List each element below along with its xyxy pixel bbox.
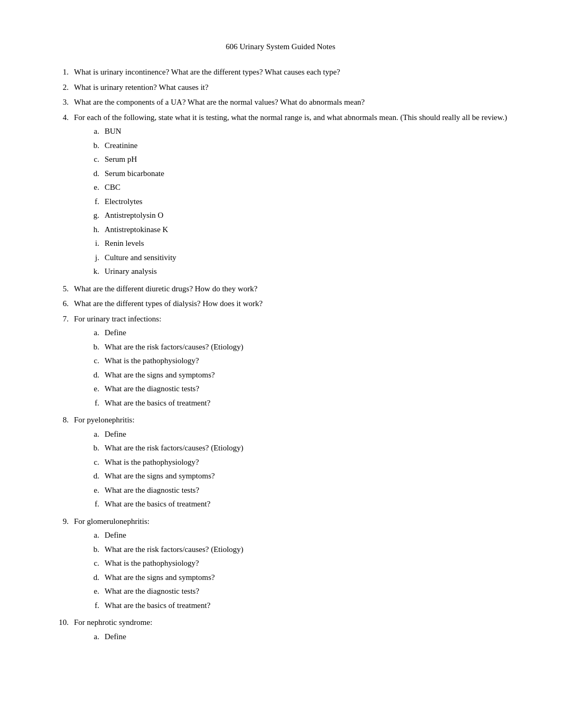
main-item-text-10: For nephrotic syndrome:Define (74, 616, 508, 644)
sub-list-item: What are the risk factors/causes? (Etiol… (85, 543, 508, 556)
sub-list-8: DefineWhat are the risk factors/causes? … (85, 428, 508, 510)
main-list-item-1: What is urinary incontinence? What are t… (53, 66, 508, 78)
main-list-item-10: For nephrotic syndrome:Define (53, 616, 508, 644)
sub-list-item: What is the pathophysiology? (85, 557, 508, 569)
main-item-text-1: What is urinary incontinence? What are t… (74, 66, 508, 78)
sub-item-text: What are the diagnostic tests? (105, 484, 508, 496)
sub-list-item: Electrolytes (85, 196, 508, 208)
sub-list-item: What are the diagnostic tests? (85, 484, 508, 496)
sub-item-text: What are the risk factors/causes? (Etiol… (105, 543, 508, 556)
main-item-text-3: What are the components of a UA? What ar… (74, 96, 508, 108)
sub-item-text: What are the signs and symptoms? (105, 470, 508, 482)
main-list-item-5: What are the different diuretic drugs? H… (53, 283, 508, 295)
main-list-item-3: What are the components of a UA? What ar… (53, 96, 508, 108)
sub-list-item: What are the diagnostic tests? (85, 585, 508, 597)
sub-list-item: What are the basics of treatment? (85, 397, 508, 409)
sub-item-text: Serum bicarbonate (105, 168, 508, 180)
main-item-text-8: For pyelonephritis:DefineWhat are the ri… (74, 414, 508, 512)
sub-list-item: What is the pathophysiology? (85, 456, 508, 468)
sub-item-text: Antistreptolysin O (105, 209, 508, 222)
sub-list-item: Creatinine (85, 140, 508, 152)
sub-item-text: Define (105, 428, 508, 440)
sub-list-item: BUN (85, 125, 508, 137)
sub-item-text: Antistreptokinase K (105, 224, 508, 236)
sub-list-item: What are the signs and symptoms? (85, 369, 508, 381)
sub-list-item: Urinary analysis (85, 265, 508, 278)
sub-item-text: Urinary analysis (105, 265, 508, 278)
sub-item-text: Serum pH (105, 153, 508, 165)
sub-item-text: Define (105, 327, 508, 339)
main-list-item-6: What are the different types of dialysis… (53, 298, 508, 310)
sub-item-text: What is the pathophysiology? (105, 456, 508, 468)
sub-list-item: What are the diagnostic tests? (85, 383, 508, 395)
sub-list-item: Define (85, 529, 508, 541)
main-list-item-9: For glomerulonephritis:DefineWhat are th… (53, 515, 508, 614)
sub-list-9: DefineWhat are the risk factors/causes? … (85, 529, 508, 611)
sub-item-text: What are the basics of treatment? (105, 397, 508, 409)
main-item-text-9: For glomerulonephritis:DefineWhat are th… (74, 515, 508, 614)
sub-list-item: Serum bicarbonate (85, 168, 508, 180)
page-title: 606 Urinary System Guided Notes (53, 42, 508, 51)
sub-item-text: Define (105, 529, 508, 541)
sub-item-text: CBC (105, 181, 508, 193)
sub-item-text: What are the risk factors/causes? (Etiol… (105, 442, 508, 454)
sub-item-text: BUN (105, 125, 508, 137)
sub-list-item: What are the signs and symptoms? (85, 470, 508, 482)
sub-list-item: Define (85, 428, 508, 440)
sub-list-4: BUNCreatinineSerum pHSerum bicarbonateCB… (85, 125, 508, 278)
main-list-item-2: What is urinary retention? What causes i… (53, 81, 508, 94)
title-text: 606 Urinary System Guided Notes (226, 42, 335, 51)
sub-item-text: What are the signs and symptoms? (105, 369, 508, 381)
sub-item-text: What are the basics of treatment? (105, 498, 508, 510)
sub-list-item: What are the signs and symptoms? (85, 572, 508, 584)
sub-list-item: Serum pH (85, 153, 508, 165)
main-item-text-6: What are the different types of dialysis… (74, 298, 508, 310)
sub-item-text: Creatinine (105, 140, 508, 152)
sub-list-10: Define (85, 631, 508, 643)
sub-list-item: Define (85, 631, 508, 643)
main-list: What is urinary incontinence? What are t… (53, 66, 508, 644)
sub-list-item: Define (85, 327, 508, 339)
main-item-text-7: For urinary tract infections:DefineWhat … (74, 313, 508, 411)
sub-item-text: Renin levels (105, 237, 508, 250)
sub-list-item: What are the risk factors/causes? (Etiol… (85, 442, 508, 454)
sub-list-item: Renin levels (85, 237, 508, 250)
sub-list-item: Culture and sensitivity (85, 252, 508, 264)
sub-list-item: CBC (85, 181, 508, 193)
sub-list-item: What are the risk factors/causes? (Etiol… (85, 341, 508, 353)
main-list-item-7: For urinary tract infections:DefineWhat … (53, 313, 508, 411)
sub-list-item: What is the pathophysiology? (85, 355, 508, 367)
sub-list-7: DefineWhat are the risk factors/causes? … (85, 327, 508, 409)
sub-item-text: Electrolytes (105, 196, 508, 208)
sub-item-text: Define (105, 631, 508, 643)
sub-item-text: What is the pathophysiology? (105, 557, 508, 569)
sub-item-text: What are the diagnostic tests? (105, 585, 508, 597)
main-item-text-2: What is urinary retention? What causes i… (74, 81, 508, 94)
sub-item-text: What are the risk factors/causes? (Etiol… (105, 341, 508, 353)
main-list-item-4: For each of the following, state what it… (53, 112, 508, 280)
sub-item-text: What are the diagnostic tests? (105, 383, 508, 395)
main-item-text-4: For each of the following, state what it… (74, 112, 508, 280)
sub-item-text: What are the basics of treatment? (105, 600, 508, 612)
sub-item-text: Culture and sensitivity (105, 252, 508, 264)
sub-list-item: Antistreptokinase K (85, 224, 508, 236)
sub-item-text: What are the signs and symptoms? (105, 572, 508, 584)
sub-list-item: What are the basics of treatment? (85, 498, 508, 510)
sub-list-item: What are the basics of treatment? (85, 600, 508, 612)
main-list-item-8: For pyelonephritis:DefineWhat are the ri… (53, 414, 508, 512)
sub-item-text: What is the pathophysiology? (105, 355, 508, 367)
sub-list-item: Antistreptolysin O (85, 209, 508, 222)
main-item-text-5: What are the different diuretic drugs? H… (74, 283, 508, 295)
